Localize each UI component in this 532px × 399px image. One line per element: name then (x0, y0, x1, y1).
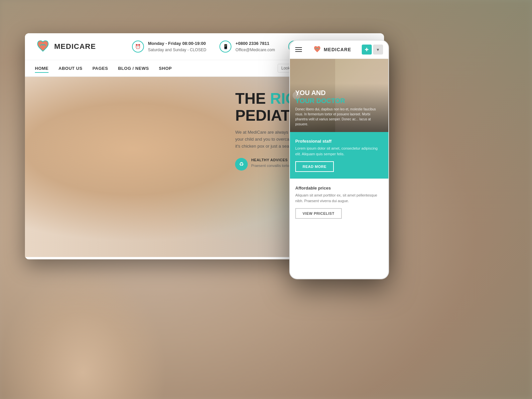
mobile-header: MEDICARE ✚ ▾ (290, 41, 388, 59)
nav-item-home[interactable]: HOME (35, 65, 49, 71)
mobile-view-pricelist-button[interactable]: VIEW PRICELIST (295, 208, 342, 219)
mobile-hero-section: ‹ YOU AND YOUR DOCTOR Donec libero dui, … (290, 59, 388, 132)
mobile-dropdown-button[interactable]: ▾ (373, 45, 383, 55)
mobile-hero-description: Donec libero dui, dapibus non leo et, mo… (295, 107, 383, 127)
mobile-affordable-title: Affordable prices (295, 186, 383, 191)
nav-item-about[interactable]: ABOUT US (59, 65, 82, 71)
nav-links: HOME ABOUT US PAGES BLOG / NEWS SHOP (35, 65, 172, 71)
hours-text: Monday - Friday 08:00-19:00 Saturday and… (148, 40, 206, 53)
header-hours-item: ⏰ Monday - Friday 08:00-19:00 Saturday a… (132, 40, 206, 53)
mobile-professional-staff-desc: Lorem ipsum dolor sit amet, consectetur … (295, 146, 383, 157)
logo-area: MEDICARE (35, 39, 96, 55)
mobile-affordable-prices-section: Affordable prices Aliquam sit amet portt… (290, 179, 388, 225)
mobile-hamburger-icon[interactable] (295, 47, 302, 52)
mobile-logo: MEDICARE (313, 45, 351, 54)
phone-text: +0800 2336 7811 Office@Medicare.com (235, 40, 275, 53)
phone-icon: 📱 (219, 41, 231, 53)
background-teddy (0, 266, 166, 399)
mobile-professional-staff-title: Professional staff (295, 139, 383, 144)
mobile-add-button[interactable]: ✚ (362, 45, 372, 55)
mobile-professional-staff-section: Professional staff Lorem ipsum dolor sit… (290, 132, 388, 179)
mobile-action-buttons: ✚ ▾ (362, 45, 383, 55)
header-phone-item: 📱 +0800 2336 7811 Office@Medicare.com (219, 40, 275, 53)
mobile-affordable-desc: Aliquam sit amet porttitor ex, sit amet … (295, 193, 383, 203)
nav-item-blog[interactable]: BLOG / NEWS (118, 65, 149, 71)
mobile-logo-icon (313, 45, 322, 54)
mobile-read-more-button[interactable]: READ MORE (295, 161, 334, 172)
mobile-hero-text: YOU AND YOUR DOCTOR Donec libero dui, da… (290, 83, 388, 132)
healthy-icon: ♻ (235, 158, 248, 171)
mobile-hero-title: YOU AND YOUR DOCTOR (295, 89, 383, 105)
nav-item-pages[interactable]: PAGES (92, 65, 108, 71)
clock-icon: ⏰ (132, 41, 144, 53)
logo-text: MEDICARE (54, 42, 96, 51)
medicare-logo-icon (35, 39, 51, 55)
mobile-logo-text: MEDICARE (324, 47, 351, 52)
mobile-mockup: MEDICARE ✚ ▾ ‹ YOU AND YOUR DOCTOR Donec… (289, 40, 389, 279)
nav-item-shop[interactable]: SHOP (159, 65, 172, 71)
